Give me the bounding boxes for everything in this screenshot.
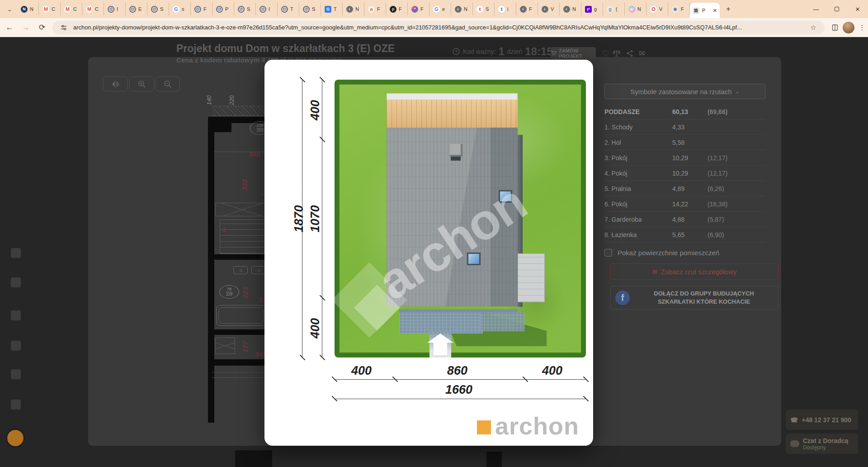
- zoom-in-button[interactable]: [129, 76, 154, 91]
- tab-title: F: [203, 6, 207, 12]
- sidebar-icon[interactable]: [11, 310, 21, 320]
- sidebar-icon[interactable]: [11, 400, 21, 410]
- tab-close-icon[interactable]: ✕: [713, 8, 717, 14]
- browser-tab[interactable]: ◐ F: [516, 3, 538, 15]
- browser-tab[interactable]: ◐ N: [560, 3, 581, 15]
- browser-tab[interactable]: p F: [386, 3, 408, 15]
- tab-title: F: [399, 6, 402, 12]
- address-bar[interactable]: archon.pl/projekty-domow/projekt-dom-w-s…: [52, 21, 825, 34]
- maximize-button[interactable]: [826, 0, 847, 18]
- dim-label-860: 860: [447, 364, 467, 378]
- tab-favicon: ◐: [542, 6, 548, 13]
- dim-label-1070: 1070: [308, 205, 322, 232]
- browser-tab[interactable]: @ I: [104, 3, 126, 15]
- window-controls: — ✕: [806, 0, 868, 18]
- sidebar-icon[interactable]: [11, 341, 21, 351]
- browser-tab[interactable]: t i: [495, 3, 516, 15]
- page-lower-content: [235, 450, 272, 467]
- order-project-button[interactable]: ZAMÓW PROJEKT: [551, 47, 596, 59]
- browser-tab-active[interactable]: ▦ P ✕: [690, 3, 720, 18]
- browser-tab[interactable]: g (: [603, 3, 625, 15]
- symbols-dropdown[interactable]: Symbole zastosowane na rzutach ⌄: [604, 84, 765, 99]
- new-tab-button[interactable]: +: [722, 3, 734, 15]
- flip-horizontal-button[interactable]: [103, 76, 128, 91]
- tab-title: e: [442, 6, 445, 12]
- room-area-alt: (12,17): [708, 170, 765, 177]
- symbols-dropdown-label: Symbole zastosowane na rzutach: [630, 88, 731, 95]
- site-plan-modal: archon 1870 400 1070 400 400 860 400 166…: [264, 60, 593, 446]
- side-panel-icon[interactable]: [829, 22, 841, 33]
- browser-tab[interactable]: @ S: [234, 3, 256, 15]
- browser-tab[interactable]: @ F: [191, 3, 212, 15]
- tab-favicon: p: [390, 6, 396, 13]
- bookmark-star-icon[interactable]: ☆: [807, 22, 819, 33]
- browser-tab[interactable]: @ E: [126, 3, 147, 15]
- browser-tab[interactable]: t S: [473, 3, 495, 15]
- browser-tab[interactable]: G T: [321, 3, 343, 15]
- forward-button[interactable]: →: [19, 21, 33, 34]
- browser-menu-icon[interactable]: ⋮: [856, 22, 868, 33]
- close-button[interactable]: ✕: [847, 0, 868, 18]
- tab-favicon: @: [129, 6, 136, 13]
- tab-title: S: [312, 6, 315, 12]
- tab-search-button[interactable]: ⌄: [4, 3, 15, 15]
- sidebar-icon[interactable]: [11, 248, 21, 258]
- share-icon[interactable]: [624, 48, 635, 59]
- facebook-group-link[interactable]: f DOŁĄCZ DO GRUPY BUDUJĄCYCHSZKARŁATKI K…: [610, 286, 778, 310]
- browser-tab[interactable]: a F: [364, 3, 386, 15]
- minimize-button[interactable]: —: [806, 0, 826, 18]
- phone-button[interactable]: ☎ +48 12 37 21 900: [786, 410, 858, 430]
- browser-tab[interactable]: ◎ N: [625, 3, 646, 15]
- chimney: [450, 144, 462, 157]
- browser-tab[interactable]: @ S: [147, 3, 169, 15]
- reload-button[interactable]: ⟳: [35, 21, 49, 34]
- browser-tab[interactable]: * F: [408, 3, 429, 15]
- chevron-down-icon: ⌄: [736, 89, 740, 95]
- zoom-out-button[interactable]: [155, 76, 180, 91]
- browser-tab[interactable]: M C: [82, 3, 104, 15]
- profile-avatar[interactable]: [843, 22, 854, 33]
- browser-tab[interactable]: @ S: [299, 3, 321, 15]
- browser-tab[interactable]: ◐ V: [538, 3, 560, 15]
- browser-tab[interactable]: M C: [61, 3, 82, 15]
- browser-tab[interactable]: G s: [169, 3, 191, 15]
- browser-tab[interactable]: y! g: [581, 3, 603, 15]
- browser-tab[interactable]: N N: [17, 3, 39, 15]
- sidebar-icon[interactable]: [11, 277, 21, 287]
- tab-favicon: ◐: [455, 6, 462, 13]
- help-widget-button[interactable]: [7, 430, 24, 446]
- checkbox[interactable]: [604, 249, 612, 257]
- sidebar-icon[interactable]: [11, 369, 21, 379]
- tab-favicon: ◐: [563, 6, 570, 13]
- browser-tab[interactable]: G e: [429, 3, 451, 15]
- tab-title: V: [551, 6, 554, 12]
- room-row: 4. Pokój 10,29 (12,17): [604, 166, 765, 181]
- favorite-heart-icon[interactable]: ♡: [600, 48, 611, 59]
- browser-tab[interactable]: M C: [39, 3, 61, 15]
- detailed-plan-button[interactable]: ⊞ Zobacz rzut szczegółowy: [610, 263, 778, 280]
- fp-dim-332: 332: [241, 179, 248, 191]
- browser-tab[interactable]: @ I: [256, 3, 278, 15]
- tab-title: C: [52, 6, 55, 12]
- browser-tab[interactable]: ◐ N: [343, 3, 364, 15]
- site-settings-icon[interactable]: [58, 22, 70, 33]
- back-button[interactable]: ←: [3, 21, 16, 34]
- room-area: 4,33: [672, 124, 708, 131]
- email-icon[interactable]: ✉: [637, 48, 647, 59]
- show-areas-checkbox-row[interactable]: Pokaż powierzchnie pomieszczeń: [604, 249, 719, 257]
- browser-tab[interactable]: @ T: [278, 3, 299, 15]
- compare-scales-icon[interactable]: [611, 48, 622, 59]
- page-lower-content: [486, 452, 502, 467]
- tab-title: T: [334, 6, 337, 12]
- chat-icon: [790, 440, 799, 447]
- chat-button[interactable]: Czat z Doradcą Dostępny: [786, 434, 858, 454]
- tab-favicon: @: [194, 6, 201, 13]
- phone-icon: ☎: [790, 416, 798, 424]
- chat-status: Dostępny: [803, 444, 848, 451]
- house-eave-strip: [387, 93, 518, 100]
- browser-tab[interactable]: ◐ N: [451, 3, 473, 15]
- facebook-icon: f: [615, 291, 630, 305]
- browser-tab[interactable]: ◉ F: [668, 3, 690, 15]
- browser-tab[interactable]: @ P: [212, 3, 234, 15]
- browser-tab[interactable]: O V: [646, 3, 668, 15]
